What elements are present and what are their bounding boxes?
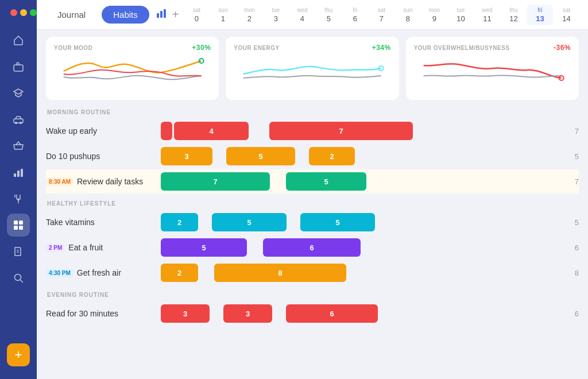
sidebar: + [0,0,37,379]
charts-row: YOUR MOOD +30% YOUR ENERGY +34% [46,37,579,100]
graduation-icon[interactable] [7,82,30,105]
energy-chart-delta: +34% [372,44,391,52]
svg-rect-5 [17,171,20,177]
grid-icon[interactable] [7,214,30,237]
date-col-0[interactable]: sat 0 [183,5,210,25]
bar[interactable]: 2 [161,264,198,282]
bar[interactable]: 2 [161,213,198,231]
close-button[interactable] [10,9,17,16]
energy-chart-card: YOUR ENERGY +34% [226,37,399,100]
basket-icon[interactable] [7,134,30,157]
overwhelm-chart-delta: -36% [554,44,571,52]
overwhelm-chart-svg [414,54,571,88]
date-col-10[interactable]: tue 10 [447,5,474,25]
date-col-1[interactable]: sun 1 [210,5,236,25]
tab-journal[interactable]: Journal [46,6,97,24]
overwhelm-chart-title: YOUR OVERWHELM/BUSYNESS [414,45,510,51]
content-area: YOUR MOOD +30% YOUR ENERGY +34% [37,30,588,379]
bar[interactable] [161,122,172,140]
time-badge-air: 4:30 PM [46,269,74,277]
add-button[interactable]: + [172,8,179,21]
habit-row-fruit: 2 PM Eat a fruit 5 6 6 [46,235,579,260]
tab-habits[interactable]: Habits [102,6,149,24]
bar[interactable]: 3 [223,304,272,323]
svg-rect-12 [19,226,23,230]
habit-label-fruit: 2 PM Eat a fruit [46,243,161,252]
date-col-11[interactable]: wed 11 [474,5,500,25]
habit-label-read: Read for 30 minutes [46,309,161,318]
add-sidebar-icon[interactable]: + [7,343,30,366]
time-badge-review: 8:30 AM [46,177,74,186]
food-icon[interactable] [7,187,30,210]
overwhelm-chart-card: YOUR OVERWHELM/BUSYNESS -36% [406,37,579,100]
minimize-button[interactable] [20,9,27,16]
bar[interactable]: 5 [226,147,295,165]
bar[interactable]: 3 [161,304,210,323]
bar[interactable]: 5 [212,213,287,231]
mood-chart-card: YOUR MOOD +30% [46,37,219,100]
date-col-15[interactable]: sun 15 [579,5,588,25]
date-col-12[interactable]: thu 12 [500,5,527,25]
bar[interactable]: 7 [269,122,413,140]
energy-chart-svg [234,54,390,88]
date-col-5[interactable]: thu 5 [315,5,342,25]
bars-read: 3 3 6 [161,303,559,324]
bar[interactable]: 6 [263,238,361,257]
evening-routine-header: EVENING ROUTINE [46,292,579,298]
date-col-6[interactable]: fri 6 [342,5,368,25]
maximize-button[interactable] [30,9,37,16]
chart-bar-icon[interactable] [7,161,30,184]
healthy-lifestyle-header: HEALTHY LIFESTYLE [46,200,579,207]
date-col-4[interactable]: wed 4 [289,5,315,25]
date-col-7[interactable]: sat 7 [368,5,394,25]
bar[interactable]: 4 [174,122,249,140]
bar[interactable]: 8 [214,264,346,282]
svg-point-15 [15,274,21,281]
bars-review: 7 5 [161,171,559,192]
bars-vitamins: 2 5 5 [161,212,559,233]
energy-chart-title: YOUR ENERGY [234,45,279,51]
bars-pushups: 3 5 2 [161,146,559,167]
date-col-3[interactable]: tue 3 [262,5,289,25]
svg-rect-18 [160,11,163,18]
svg-rect-9 [14,221,18,225]
svg-rect-17 [157,13,159,18]
book-icon[interactable] [7,240,30,263]
svg-rect-4 [14,173,16,177]
date-col-8[interactable]: sun 8 [394,5,421,25]
date-col-13-today[interactable]: fri 13 [527,5,553,25]
date-col-9[interactable]: mon 9 [421,5,447,25]
car-icon[interactable] [7,108,30,131]
home-icon[interactable] [7,29,30,52]
bars-fruit: 5 6 [161,237,559,258]
habit-label-wake-up: Wake up early [46,126,161,136]
date-col-14[interactable]: sat 14 [553,5,579,25]
bar[interactable]: 2 [309,147,355,165]
date-col-2[interactable]: mon 2 [236,5,262,25]
svg-rect-10 [19,221,23,225]
habit-label-pushups: Do 10 pushups [46,152,161,161]
bar[interactable]: 5 [286,172,366,191]
streak-review: 7 [563,177,579,186]
bar[interactable]: 5 [161,238,247,257]
briefcase-icon[interactable] [7,55,30,78]
streak-air: 8 [563,269,579,277]
main-area: Journal Habits + sat 0 sun 1 mon 2 tue 3 [37,0,588,379]
habit-row-wake-up: Wake up early 4 7 7 [46,119,579,143]
svg-line-16 [21,280,24,283]
svg-rect-6 [21,169,23,177]
bar[interactable]: 3 [161,147,212,165]
bar[interactable]: 5 [300,213,375,231]
habit-row-air: 4:30 PM Get fresh air 2 8 8 [46,261,579,285]
habit-label-air: 4:30 PM Get fresh air [46,268,161,277]
bar[interactable]: 6 [286,304,378,323]
bar[interactable]: 7 [161,172,270,191]
bars-air: 2 8 [161,262,559,283]
streak-read: 6 [563,310,579,318]
mood-chart-title: YOUR MOOD [54,45,92,51]
search-icon[interactable] [7,266,30,289]
streak-pushups: 5 [563,152,579,161]
habit-label-vitamins: Take vitamins [46,218,161,227]
time-badge-fruit: 2 PM [46,243,65,252]
header: Journal Habits + sat 0 sun 1 mon 2 tue 3 [37,0,588,30]
